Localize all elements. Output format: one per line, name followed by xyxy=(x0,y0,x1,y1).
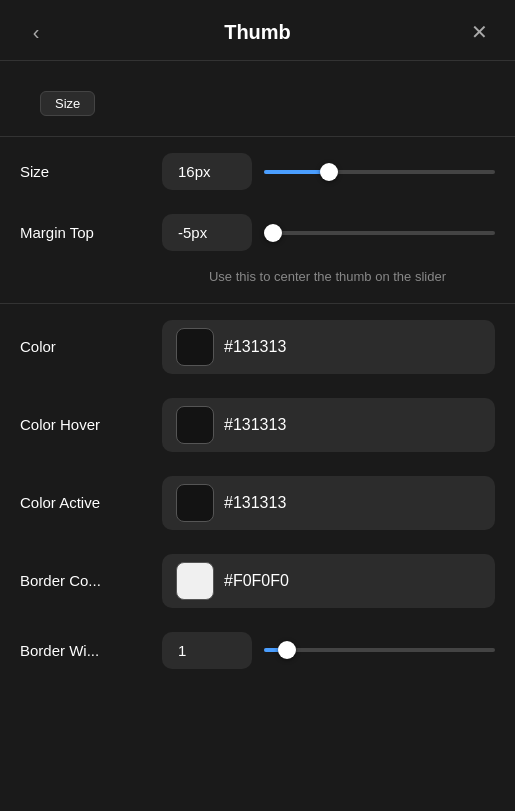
size-tab[interactable]: Size xyxy=(40,91,95,116)
back-button[interactable]: ‹ xyxy=(20,16,52,48)
color-hover-picker[interactable]: #131313 xyxy=(162,398,495,452)
close-button[interactable]: ✕ xyxy=(463,16,495,48)
border-color-value: #F0F0F0 xyxy=(224,572,289,590)
size-value[interactable]: 16px xyxy=(162,153,252,190)
margin-top-slider-track xyxy=(264,231,495,235)
hint-text: Use this to center the thumb on the slid… xyxy=(0,263,515,303)
size-label: Size xyxy=(20,163,150,180)
size-row: Size 16px xyxy=(0,141,515,202)
color-active-label: Color Active xyxy=(20,494,150,511)
border-color-label: Border Co... xyxy=(20,572,150,589)
border-color-row: Border Co... #F0F0F0 xyxy=(0,542,515,620)
margin-top-slider[interactable] xyxy=(264,223,495,243)
divider-2 xyxy=(0,303,515,304)
size-slider[interactable] xyxy=(264,162,495,182)
color-swatch[interactable] xyxy=(176,328,214,366)
color-active-swatch[interactable] xyxy=(176,484,214,522)
color-picker[interactable]: #131313 xyxy=(162,320,495,374)
size-slider-thumb[interactable] xyxy=(320,163,338,181)
color-active-value: #131313 xyxy=(224,494,286,512)
border-width-slider-track xyxy=(264,648,495,652)
color-label: Color xyxy=(20,338,150,355)
border-width-label: Border Wi... xyxy=(20,642,150,659)
border-width-slider-thumb[interactable] xyxy=(278,641,296,659)
header: ‹ Thumb ✕ xyxy=(0,0,515,61)
panel-title: Thumb xyxy=(52,21,463,44)
color-hover-row: Color Hover #131313 xyxy=(0,386,515,464)
border-width-value[interactable]: 1 xyxy=(162,632,252,669)
color-hover-label: Color Hover xyxy=(20,416,150,433)
margin-top-slider-thumb[interactable] xyxy=(264,224,282,242)
color-hover-value: #131313 xyxy=(224,416,286,434)
border-color-picker[interactable]: #F0F0F0 xyxy=(162,554,495,608)
border-color-swatch[interactable] xyxy=(176,562,214,600)
margin-top-value[interactable]: -5px xyxy=(162,214,252,251)
margin-top-label: Margin Top xyxy=(20,224,150,241)
color-hover-swatch[interactable] xyxy=(176,406,214,444)
color-row: Color #131313 xyxy=(0,308,515,386)
border-width-row: Border Wi... 1 xyxy=(0,620,515,681)
border-width-slider[interactable] xyxy=(264,640,495,660)
close-icon: ✕ xyxy=(471,20,488,44)
margin-top-row: Margin Top -5px xyxy=(0,202,515,263)
color-value: #131313 xyxy=(224,338,286,356)
thumb-panel: ‹ Thumb ✕ Size Size 16px Margin Top -5px xyxy=(0,0,515,811)
back-icon: ‹ xyxy=(33,21,40,44)
color-active-row: Color Active #131313 xyxy=(0,464,515,542)
size-slider-track xyxy=(264,170,495,174)
color-active-picker[interactable]: #131313 xyxy=(162,476,495,530)
divider xyxy=(0,136,515,137)
